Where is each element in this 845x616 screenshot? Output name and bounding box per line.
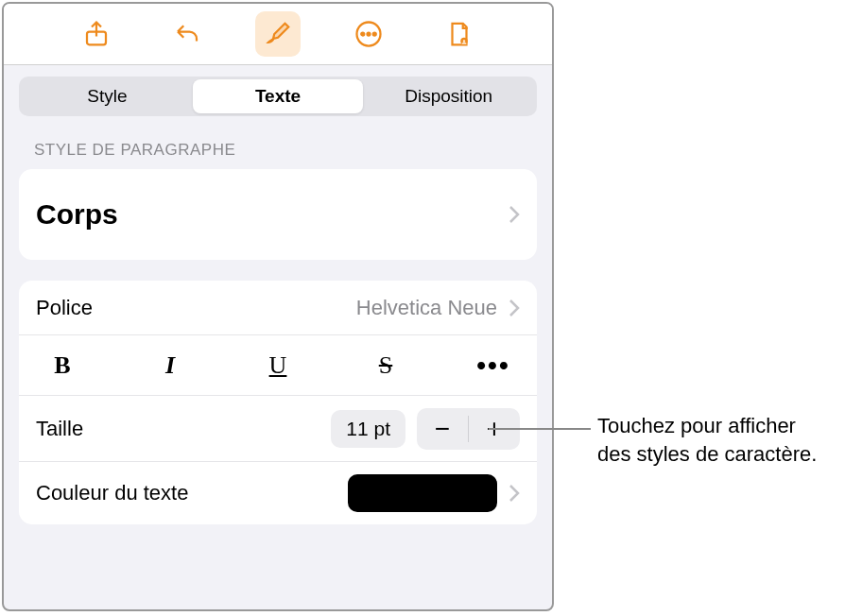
text-color-label: Couleur du texte: [36, 481, 188, 505]
bold-button[interactable]: B: [36, 345, 89, 386]
font-label: Police: [36, 296, 93, 320]
tab-layout[interactable]: Disposition: [363, 79, 534, 113]
brush-icon: [264, 20, 292, 48]
chevron-right-icon: [509, 299, 520, 317]
undo-button[interactable]: [164, 11, 210, 57]
toolbar: [4, 4, 552, 65]
strikethrough-button[interactable]: S: [359, 345, 412, 386]
italic-button[interactable]: I: [144, 345, 197, 386]
tab-text[interactable]: Texte: [193, 79, 364, 113]
chevron-right-icon: [509, 484, 520, 503]
format-button[interactable]: [255, 11, 301, 57]
chevron-right-icon: [509, 205, 520, 224]
undo-icon: [173, 20, 201, 48]
text-style-row: B I U S •••: [19, 335, 537, 396]
text-format-card: Police Helvetica Neue B I U S ••• Taille…: [19, 281, 537, 524]
share-button[interactable]: [74, 11, 119, 57]
text-color-row[interactable]: Couleur du texte: [19, 462, 537, 524]
section-header-paragraph-style: Style de paragraphe: [4, 116, 552, 169]
document-icon: [445, 20, 474, 48]
share-icon: [82, 20, 111, 48]
paragraph-style-row[interactable]: Corps: [19, 169, 537, 260]
tab-style[interactable]: Style: [22, 79, 193, 113]
paragraph-style-card: Corps: [19, 169, 537, 260]
size-value-button[interactable]: 11 pt: [331, 410, 405, 448]
format-panel: Style Texte Disposition Style de paragra…: [2, 2, 554, 611]
tab-bar: Style Texte Disposition: [4, 65, 552, 116]
svg-point-6: [463, 40, 466, 43]
size-row: Taille 11 pt − +: [19, 396, 537, 462]
more-button[interactable]: [346, 11, 391, 57]
svg-point-4: [373, 33, 376, 36]
underline-button[interactable]: U: [251, 345, 304, 386]
font-value: Helvetica Neue: [356, 296, 497, 320]
more-icon: [354, 20, 383, 48]
size-decrement-button[interactable]: −: [417, 408, 468, 450]
svg-point-2: [361, 33, 364, 36]
document-options-button[interactable]: [437, 11, 482, 57]
more-text-options-button[interactable]: •••: [467, 345, 520, 386]
svg-point-3: [368, 33, 371, 36]
font-row[interactable]: Police Helvetica Neue: [19, 281, 537, 335]
paragraph-style-value: Corps: [36, 198, 118, 231]
text-color-swatch[interactable]: [348, 474, 497, 512]
callout-leader-line: [489, 428, 591, 430]
callout-text: Touchez pour afficher des styles de cara…: [597, 412, 824, 468]
size-label: Taille: [36, 417, 83, 441]
